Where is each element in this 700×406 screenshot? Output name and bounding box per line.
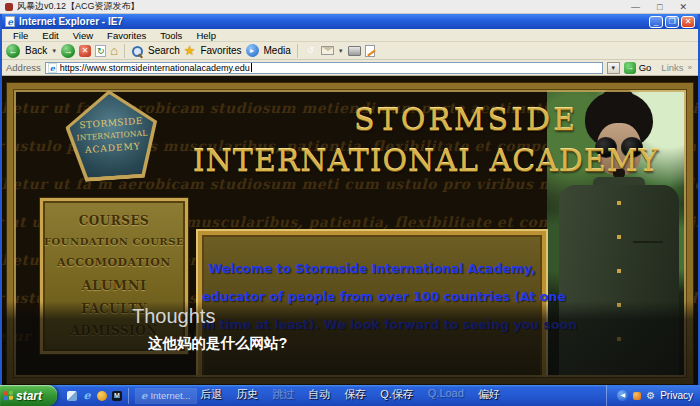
home-icon[interactable]: ⌂ <box>110 44 118 57</box>
quickmenu-Q.保存[interactable]: Q.保存 <box>380 387 414 402</box>
refresh-icon[interactable]: ↻ <box>95 45 106 57</box>
favorites-label[interactable]: Favorites <box>200 45 241 56</box>
menu-bar: FileEditViewFavoritesToolsHelp <box>2 29 698 42</box>
go-arrow-icon: → <box>624 62 636 74</box>
quickmenu-偏好[interactable]: 偏好 <box>478 387 500 402</box>
ie-minimize-button[interactable]: _ <box>649 16 663 28</box>
search-icon[interactable] <box>131 45 143 57</box>
back-label[interactable]: Back <box>25 45 47 56</box>
welcome-line: Welcome to Stormside International Acade… <box>202 255 542 283</box>
menu-help[interactable]: Help <box>189 30 223 41</box>
links-label[interactable]: Links <box>661 62 683 73</box>
nav-foundation-course[interactable]: FOUNDATION COURSE <box>44 236 184 247</box>
dialogue-text: 这他妈的是什么网站? <box>148 334 287 353</box>
site-heading-line1: STORMSIDE <box>202 102 698 137</box>
dialogue-overlay[interactable]: Thoughts 这他妈的是什么网站? <box>2 301 698 385</box>
toolbar-separator <box>124 44 125 58</box>
quickmenu-历史[interactable]: 历史 <box>236 387 258 402</box>
academy-logo: STORMSIDE INTERNATIONAL ACADEMY <box>63 87 161 183</box>
ie-page-icon: e <box>5 16 15 27</box>
mail-icon[interactable] <box>321 46 334 55</box>
address-input[interactable]: e https://www.stormsideinternationalacad… <box>45 62 603 74</box>
logo-text-line1: STORMSIDE <box>79 115 143 129</box>
quickmenu-自动[interactable]: 自动 <box>308 387 330 402</box>
game-close-button[interactable]: ✕ <box>679 2 687 12</box>
menu-view[interactable]: View <box>66 30 100 41</box>
back-icon[interactable]: ← <box>6 44 20 58</box>
ie-window: e Internet Explorer - IE7 _ ❐ ✕ FileEdit… <box>0 14 700 385</box>
address-label: Address <box>6 62 41 73</box>
game-minimize-button[interactable]: — <box>631 2 640 12</box>
go-label: Go <box>639 62 652 73</box>
ie-restore-button[interactable]: ❐ <box>665 16 679 28</box>
history-icon[interactable]: ↺ <box>304 44 317 57</box>
uniform-pocket <box>633 241 663 243</box>
quickmenu-Q.Load[interactable]: Q.Load <box>428 387 464 402</box>
quick-menu: 后退历史跳过自动保存Q.保存Q.Load偏好 <box>0 387 700 402</box>
logo-text-line3: ACADEMY <box>85 141 141 155</box>
url-text: https://www.stormsideinternationalacadem… <box>60 63 250 73</box>
stop-icon[interactable]: ✕ <box>79 45 91 57</box>
url-site-icon: e <box>48 63 57 73</box>
menu-tools[interactable]: Tools <box>153 30 189 41</box>
ie-titlebar: e Internet Explorer - IE7 _ ❐ ✕ <box>2 14 698 29</box>
game-maximize-button[interactable]: □ <box>657 2 662 12</box>
address-dropdown-icon[interactable]: ▼ <box>607 62 620 74</box>
forward-icon[interactable]: → <box>61 44 75 58</box>
game-title: 风暴边v0.12【ACG资源发布】 <box>17 0 140 13</box>
quickmenu-保存[interactable]: 保存 <box>344 387 366 402</box>
print-icon[interactable] <box>348 46 361 56</box>
text-cursor <box>251 63 252 72</box>
browser-viewport: ibetur ut fa m aerobicam studiosum metie… <box>2 76 698 385</box>
media-icon[interactable]: ▸ <box>246 44 259 57</box>
address-bar: Address e https://www.stormsideinternati… <box>2 60 698 76</box>
toolbar-separator <box>297 44 298 58</box>
back-dropdown-icon[interactable]: ▼ <box>51 48 57 54</box>
ie-close-button[interactable]: ✕ <box>681 16 695 28</box>
game-app-icon <box>5 3 13 11</box>
go-button[interactable]: → Go <box>624 62 652 74</box>
site-heading-line2: INTERNATIONAL ACADEMY <box>162 143 690 178</box>
nav-courses[interactable]: COURSES <box>79 214 149 228</box>
dialogue-speaker: Thoughts <box>132 305 215 328</box>
favorites-icon[interactable]: ★ <box>184 44 196 57</box>
menu-edit[interactable]: Edit <box>35 30 65 41</box>
browser-toolbar: ← Back ▼ → ✕ ↻ ⌂ Search ★ Favorites ▸ Me… <box>2 42 698 60</box>
media-label[interactable]: Media <box>264 45 291 56</box>
links-chevron-icon[interactable]: » <box>688 63 692 72</box>
quickmenu-后退[interactable]: 后退 <box>200 387 222 402</box>
nav-accomodation[interactable]: ACCOMODATION <box>57 256 171 269</box>
menu-favorites[interactable]: Favorites <box>100 30 153 41</box>
menu-file[interactable]: File <box>6 30 35 41</box>
quickmenu-跳过[interactable]: 跳过 <box>272 387 294 402</box>
ie-window-title: Internet Explorer - IE7 <box>19 16 123 27</box>
edit-icon[interactable] <box>365 45 375 57</box>
search-label[interactable]: Search <box>148 45 180 56</box>
screen: 风暴边v0.12【ACG资源发布】 — □ ✕ e Internet Explo… <box>0 0 700 406</box>
mail-dropdown-icon[interactable]: ▼ <box>338 48 344 54</box>
game-titlebar: 风暴边v0.12【ACG资源发布】 — □ ✕ <box>0 0 700 14</box>
site-heading: STORMSIDE INTERNATIONAL ACADEMY <box>162 102 690 178</box>
nav-alumni[interactable]: ALUMNI <box>81 278 146 293</box>
